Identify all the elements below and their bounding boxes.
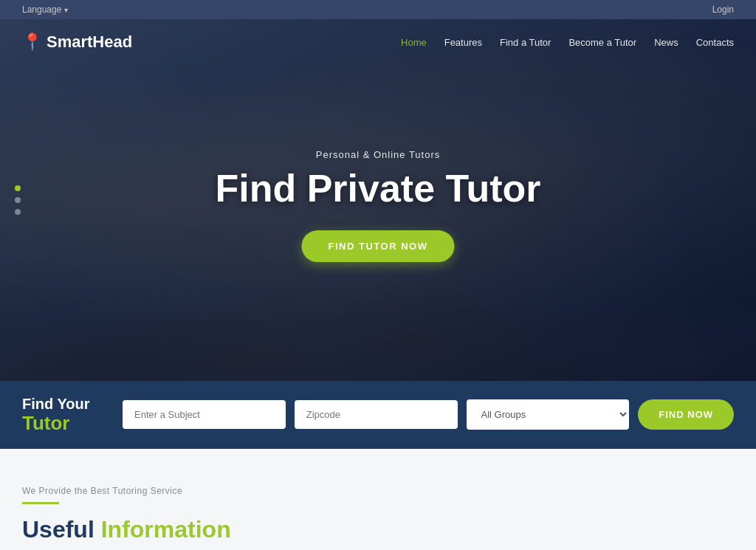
hero-cta-button[interactable]: FIND TUTOR NOW xyxy=(302,230,455,262)
hero-content: Personal & Online Tutors Find Private Tu… xyxy=(215,149,540,262)
slide-dot-3[interactable] xyxy=(15,209,21,215)
nav-link-news[interactable]: News xyxy=(654,37,678,48)
nav-item-news[interactable]: News xyxy=(654,35,678,49)
logo-icon: 📍 xyxy=(22,32,42,52)
find-now-button[interactable]: FIND NOW xyxy=(638,399,734,430)
nav-item-become-tutor[interactable]: Become a Tutor xyxy=(568,35,636,49)
slide-dot-2[interactable] xyxy=(15,197,21,203)
search-title: Find Your Tutor xyxy=(22,396,111,434)
main-content: We Provide the Best Tutoring Service Use… xyxy=(0,449,756,550)
search-inputs: All Groups Children Adults Teens FIND NO… xyxy=(123,399,734,430)
login-link[interactable]: Login xyxy=(712,4,734,15)
nav-item-home[interactable]: Home xyxy=(401,35,427,49)
top-bar: Language Login xyxy=(0,0,756,19)
section-eyebrow: We Provide the Best Tutoring Service xyxy=(22,486,734,496)
section-title-part1: Useful xyxy=(22,516,94,543)
slider-dots xyxy=(15,185,21,215)
search-find-label: Find Your xyxy=(22,396,89,412)
main-nav: 📍 SmartHead Home Features Find a Tutor B… xyxy=(0,19,756,65)
logo-text: SmartHead xyxy=(47,32,132,52)
nav-link-contacts[interactable]: Contacts xyxy=(696,37,734,48)
nav-item-find-tutor[interactable]: Find a Tutor xyxy=(500,35,551,49)
nav-item-features[interactable]: Features xyxy=(444,35,482,49)
search-bar: Find Your Tutor All Groups Children Adul… xyxy=(0,381,756,449)
nav-link-home[interactable]: Home xyxy=(401,37,427,48)
subject-input[interactable] xyxy=(123,400,286,429)
hero-subtitle: Personal & Online Tutors xyxy=(215,149,540,160)
nav-item-contacts[interactable]: Contacts xyxy=(696,35,734,49)
nav-link-find-tutor[interactable]: Find a Tutor xyxy=(500,37,551,48)
nav-link-features[interactable]: Features xyxy=(444,37,482,48)
language-selector[interactable]: Language xyxy=(22,4,68,15)
logo[interactable]: 📍 SmartHead xyxy=(22,32,401,52)
nav-link-become-tutor[interactable]: Become a Tutor xyxy=(568,37,636,48)
search-tutor-label: Tutor xyxy=(22,413,111,434)
nav-links: Home Features Find a Tutor Become a Tuto… xyxy=(401,35,734,49)
hero-title: Find Private Tutor xyxy=(215,168,540,210)
group-select[interactable]: All Groups Children Adults Teens xyxy=(467,399,630,430)
section-title: Useful Information xyxy=(22,516,734,543)
section-title-part2: Information xyxy=(101,516,231,543)
hero-section: 📍 SmartHead Home Features Find a Tutor B… xyxy=(0,19,756,381)
slide-dot-1[interactable] xyxy=(15,185,21,191)
section-divider xyxy=(22,502,59,504)
zipcode-input[interactable] xyxy=(295,400,458,429)
